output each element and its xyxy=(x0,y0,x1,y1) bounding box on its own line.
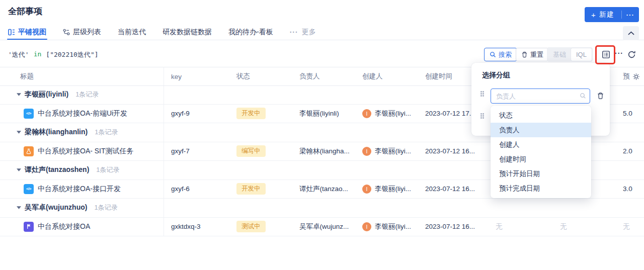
group-name: 谭灶声(tanzaoshen) xyxy=(25,165,89,174)
chevron-up-icon xyxy=(628,31,634,35)
reset-label: 重置 xyxy=(530,50,543,59)
hierarchy-icon xyxy=(63,29,70,36)
column-config-gear-icon[interactable] xyxy=(632,67,640,85)
created-cell: 2023-07-12 17... xyxy=(425,105,475,123)
created-cell: 2023-07-12 16... xyxy=(425,142,475,161)
caret-down-icon[interactable] xyxy=(17,93,21,96)
status-badge: 开发中 xyxy=(236,108,266,119)
dev-task-icon: </> xyxy=(24,184,34,194)
group-count: 1条记录 xyxy=(95,128,118,137)
estimate-cell: 2.0 xyxy=(623,142,632,161)
new-item-button[interactable]: + 新建 xyxy=(585,10,621,19)
group-count: 1条记录 xyxy=(96,165,119,174)
column-header-creator[interactable]: 创建人 xyxy=(362,67,383,85)
tabs-divider xyxy=(0,40,644,40)
new-item-label: 新建 xyxy=(599,10,615,19)
group-count: 1条记录 xyxy=(75,90,99,99)
caret-down-icon[interactable] xyxy=(17,131,21,134)
group-name: 李银丽(liyinli) xyxy=(25,90,68,99)
option-status[interactable]: 状态 xyxy=(491,108,591,123)
extra-cell: 无 xyxy=(496,218,503,236)
refresh-icon[interactable] xyxy=(627,50,636,59)
drag-handle-icon[interactable] xyxy=(480,91,485,97)
task-title[interactable]: 中台系统对接OA-接口开发 xyxy=(38,185,121,194)
column-header-key[interactable]: key xyxy=(171,67,182,85)
more-actions-icon[interactable]: ··· xyxy=(615,49,623,57)
task-title[interactable]: 中台系统对接OA xyxy=(38,222,90,231)
flat-view-icon xyxy=(8,29,15,36)
creator-name: 李银丽(liyi... xyxy=(375,185,411,194)
assignee-cell: 谭灶声(tanzao... xyxy=(299,180,348,199)
estimate-cell: 5.0 xyxy=(623,105,632,123)
search-button[interactable]: 搜索 xyxy=(484,48,517,61)
ellipsis-icon: ··· xyxy=(290,28,298,36)
status-badge: 开发中 xyxy=(236,183,266,195)
table-row[interactable]: 中台系统对接OA gxktdxq-3 测试中 吴军卓(wujunz... l 李… xyxy=(0,218,644,237)
view-tabs: 平铺视图 层级列表 当前迭代 研发数据链数据 我的待办-看板 ··· 更多 xyxy=(8,24,316,40)
creator-name: 李银丽(liyi... xyxy=(375,222,411,231)
group-name: 吴军卓(wujunzhuo) xyxy=(25,203,87,212)
mode-basic[interactable]: 基础 xyxy=(548,48,571,61)
extra-cell: 无 xyxy=(560,218,567,236)
task-title[interactable]: 中台系统对接OA- SIT测试任务 xyxy=(38,147,134,156)
option-creator[interactable]: 创建人 xyxy=(491,137,591,152)
option-planned-finish[interactable]: 预计完成日期 xyxy=(491,181,591,196)
group-field-input[interactable] xyxy=(491,88,590,104)
group-settings-icon[interactable] xyxy=(601,50,611,59)
test-task-icon xyxy=(24,146,34,156)
group-panel-title: 选择分组 xyxy=(482,71,510,80)
creator-name: 李银丽(liyi... xyxy=(375,109,411,118)
creator-cell: l 李银丽(liyi... xyxy=(362,105,411,123)
group-field-dropdown: 状态 负责人 创建人 创建时间 预计开始日期 预计完成日期 xyxy=(491,106,591,198)
status-badge: 测试中 xyxy=(236,221,266,232)
group-count: 1条记录 xyxy=(94,203,117,212)
page-title: 全部事项 xyxy=(8,6,42,17)
option-created-time[interactable]: 创建时间 xyxy=(491,152,591,166)
assignee-cell: 吴军卓(wujunz... xyxy=(299,218,349,236)
mode-iql[interactable]: IQL xyxy=(571,48,592,61)
status-cell: 测试中 xyxy=(236,218,266,236)
reset-button[interactable]: 重置 xyxy=(516,48,549,61)
tab-label: 我的待办-看板 xyxy=(228,28,273,37)
assignee-cell: 梁翰林(liangha... xyxy=(299,142,350,161)
flag-task-icon xyxy=(24,222,34,232)
column-header-estimate[interactable]: 预 xyxy=(623,67,630,85)
tab-current-iteration[interactable]: 当前迭代 xyxy=(118,24,146,40)
tab-label: 层级列表 xyxy=(73,28,101,37)
group-row[interactable]: 吴军卓(wujunzhuo) 1条记录 xyxy=(0,199,644,218)
tab-label: 平铺视图 xyxy=(18,28,46,37)
column-header-title[interactable]: 标题 xyxy=(20,67,34,85)
new-item-more-button[interactable]: ··· xyxy=(622,11,639,19)
creator-cell: l 李银丽(liyi... xyxy=(362,218,411,236)
option-assignee[interactable]: 负责人 xyxy=(491,123,591,137)
iql-query[interactable]: '迭代' in ["202210迭代"] xyxy=(8,50,99,59)
column-header-assignee[interactable]: 负责人 xyxy=(299,67,320,85)
tab-flat-view[interactable]: 平铺视图 xyxy=(8,24,46,40)
created-cell: 2023-07-12 16... xyxy=(425,180,475,199)
delete-group-icon[interactable] xyxy=(597,92,604,100)
avatar: l xyxy=(362,222,371,231)
tab-hierarchy-list[interactable]: 层级列表 xyxy=(63,24,101,40)
creator-cell: l 李银丽(liyi... xyxy=(362,180,411,199)
new-item-split-button[interactable]: + 新建 ··· xyxy=(585,7,639,22)
drag-handle-icon[interactable] xyxy=(480,113,485,119)
tab-label: 更多 xyxy=(302,28,316,37)
task-title[interactable]: 中台系统对接OA-前端Ui开发 xyxy=(38,109,127,118)
tab-my-todo-board[interactable]: 我的待办-看板 xyxy=(228,24,273,40)
caret-down-icon[interactable] xyxy=(17,206,21,209)
creator-name: 李银丽(liyi... xyxy=(375,147,411,156)
collapse-toolbar-button[interactable] xyxy=(623,26,639,40)
query-mode-toggle[interactable]: 基础 IQL xyxy=(547,47,593,62)
dev-task-icon: </> xyxy=(24,109,34,119)
tab-label: 当前迭代 xyxy=(118,28,146,37)
status-cell: 开发中 xyxy=(236,105,266,123)
tab-rd-data-chain[interactable]: 研发数据链数据 xyxy=(163,24,212,40)
query-field: '迭代' xyxy=(8,50,29,59)
option-planned-start[interactable]: 预计开始日期 xyxy=(491,166,591,181)
tab-more[interactable]: ··· 更多 xyxy=(290,24,316,40)
column-header-status[interactable]: 状态 xyxy=(236,67,250,85)
query-value: ["202210迭代"] xyxy=(46,50,98,59)
column-header-created[interactable]: 创建时间 xyxy=(425,67,452,85)
caret-down-icon[interactable] xyxy=(17,168,21,171)
creator-cell: l 李银丽(liyi... xyxy=(362,142,411,161)
